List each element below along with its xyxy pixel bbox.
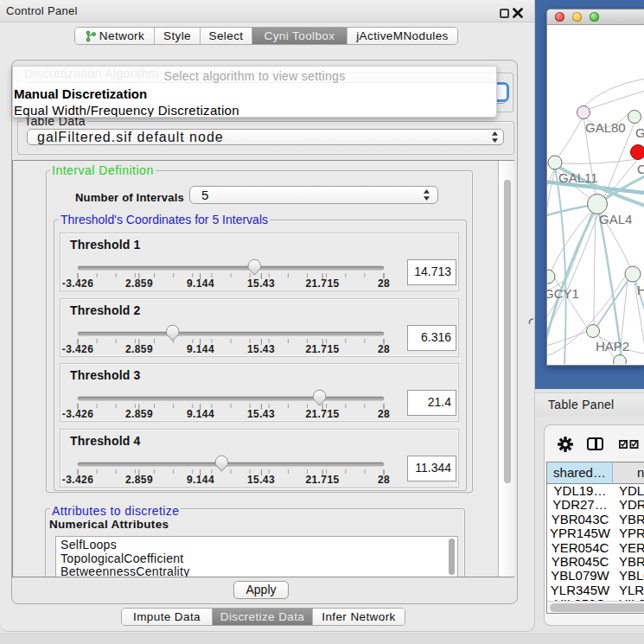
- svg-text:HAP2: HAP2: [596, 339, 629, 354]
- svg-text:GCY1: GCY1: [547, 286, 579, 301]
- svg-text:C: C: [637, 162, 644, 176]
- svg-text:GAL11: GAL11: [558, 170, 598, 185]
- svg-text:H: H: [637, 283, 644, 297]
- svg-text:GA: GA: [635, 125, 644, 140]
- svg-text:GAL80: GAL80: [585, 120, 626, 135]
- svg-text:GAL4: GAL4: [599, 212, 632, 226]
